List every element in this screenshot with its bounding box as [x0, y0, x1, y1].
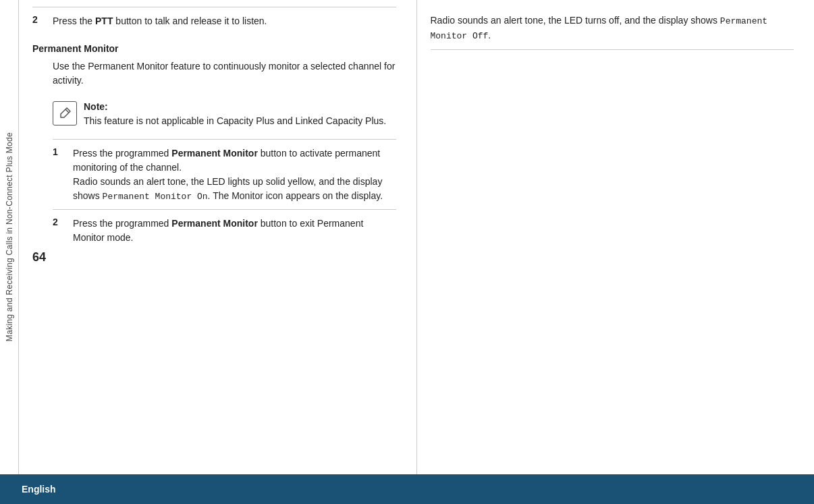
step-block-ptt: 2 Press the PTT button to talk and relea… — [32, 7, 396, 34]
step-content-2: Press the programmed Permanent Monitor b… — [73, 217, 396, 245]
note-title: Note: — [84, 101, 108, 112]
pencil-note-icon — [58, 107, 72, 120]
left-column: 2 Press the PTT button to talk and relea… — [19, 0, 417, 474]
right-divider — [431, 49, 794, 50]
indented-steps-container: Note: This feature is not applicable in … — [32, 94, 396, 250]
note-block: Note: This feature is not applicable in … — [53, 94, 396, 134]
footer-language[interactable]: English — [13, 481, 64, 497]
right-col-text: Radio sounds an alert tone, the LED turn… — [431, 7, 794, 43]
step-number-2: 2 — [32, 14, 45, 28]
content-area: 2 Press the PTT button to talk and relea… — [19, 0, 814, 474]
sidebar-label: Making and Receiving Calls in Non-Connec… — [5, 132, 14, 341]
footer: English — [0, 474, 814, 504]
step-number-2b: 2 — [53, 217, 65, 245]
step-block-2: 2 Press the programmed Permanent Monitor… — [53, 209, 396, 250]
note-icon — [53, 101, 77, 125]
pm-bold-2: Permanent Monitor — [171, 218, 258, 229]
ptt-bold: PTT — [95, 16, 113, 26]
right-text-before-mono: Radio sounds an alert tone, the LED turn… — [431, 15, 720, 26]
step-content-1: Press the programmed Permanent Monitor b… — [73, 146, 396, 204]
note-content: Note: This feature is not applicable in … — [84, 100, 396, 128]
page-number: 64 — [32, 250, 46, 264]
step-content-ptt: Press the PTT button to talk and release… — [53, 14, 396, 28]
step-number-1: 1 — [53, 146, 65, 204]
note-body: This feature is not applicable in Capaci… — [84, 115, 386, 126]
pm-bold-1: Permanent Monitor — [171, 148, 258, 159]
step-block-1: 1 Press the programmed Permanent Monitor… — [53, 139, 396, 209]
main-wrapper: Making and Receiving Calls in Non-Connec… — [0, 0, 814, 474]
sidebar: Making and Receiving Calls in Non-Connec… — [0, 0, 19, 474]
right-column: Radio sounds an alert tone, the LED turn… — [417, 0, 815, 474]
section-intro: Use the Permanent Monitor feature to con… — [32, 59, 396, 88]
page-number-area: 64 — [32, 250, 396, 271]
right-text-period: . — [488, 30, 491, 40]
mono-on: Permanent Monitor On — [103, 192, 208, 202]
section-heading-permanent-monitor: Permanent Monitor — [32, 43, 396, 54]
